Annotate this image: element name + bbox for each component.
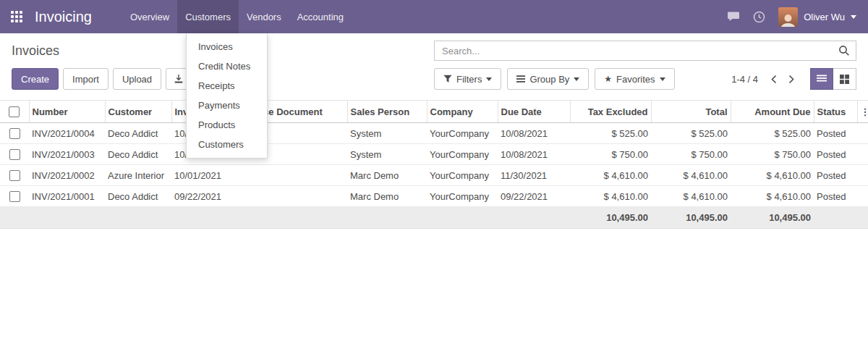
- dropdown-item-receipts[interactable]: Receipts: [187, 76, 267, 96]
- cell-tax-excluded: $ 4,610.00: [570, 165, 651, 186]
- table-row[interactable]: INV/2021/0002 Azure Interior 10/01/2021 …: [0, 165, 868, 186]
- header-sales-person[interactable]: Sales Person: [347, 101, 427, 123]
- dropdown-item-payments[interactable]: Payments: [187, 96, 267, 115]
- cell-company: YourCompany: [427, 123, 498, 144]
- cell-total: $ 750.00: [651, 144, 731, 165]
- pager-value[interactable]: 1-4 / 4: [731, 74, 758, 85]
- list-view-button[interactable]: [810, 68, 833, 90]
- header-due-date[interactable]: Due Date: [498, 101, 570, 123]
- chevron-down-icon: [574, 77, 579, 81]
- cell-customer: Azure Interior: [105, 165, 171, 186]
- cell-number: INV/2021/0003: [29, 144, 105, 165]
- create-button[interactable]: Create: [12, 68, 59, 90]
- menu-vendors[interactable]: Vendors: [239, 0, 289, 33]
- cell-number: INV/2021/0002: [29, 165, 105, 186]
- dropdown-item-products[interactable]: Products: [187, 115, 267, 135]
- user-name: Oliver Wu: [804, 12, 845, 22]
- cell-tax-excluded: $ 4,610.00: [570, 186, 651, 207]
- header-amount-due[interactable]: Amount Due: [731, 101, 814, 123]
- cell-sales-person: System: [347, 144, 427, 165]
- activities-clock-icon[interactable]: [753, 11, 765, 23]
- cell-status: Posted: [814, 144, 857, 165]
- search-input[interactable]: [441, 45, 838, 57]
- table-header-row: Number Customer Invoice Date Source Docu…: [0, 101, 868, 123]
- chevron-down-icon: [851, 15, 856, 19]
- dropdown-item-customers[interactable]: Customers: [187, 135, 267, 154]
- header-number[interactable]: Number: [29, 101, 105, 123]
- cell-source-document: [239, 165, 347, 186]
- cell-customer: Deco Addict: [105, 144, 171, 165]
- group-by-button[interactable]: Group By: [507, 68, 589, 90]
- header-company[interactable]: Company: [427, 101, 498, 123]
- user-menu[interactable]: Oliver Wu: [778, 7, 856, 27]
- search-icon[interactable]: [838, 45, 850, 56]
- table-footer-row: 10,495.00 10,495.00 10,495.00: [0, 207, 868, 229]
- cell-customer: Deco Addict: [105, 123, 171, 144]
- filter-icon: [443, 75, 452, 83]
- header-total[interactable]: Total: [651, 101, 731, 123]
- cell-number: INV/2021/0001: [29, 186, 105, 207]
- cell-total: $ 525.00: [651, 123, 731, 144]
- cell-sales-person: Marc Demo: [347, 165, 427, 186]
- select-all-checkbox[interactable]: [9, 106, 20, 117]
- select-all-checkbox-cell: [0, 101, 29, 123]
- menu-accounting[interactable]: Accounting: [289, 0, 352, 33]
- table-row[interactable]: INV/2021/0001 Deco Addict 09/22/2021 Mar…: [0, 186, 868, 207]
- footer-total: 10,495.00: [651, 207, 731, 229]
- import-button[interactable]: Import: [63, 68, 109, 90]
- view-switcher: [810, 68, 856, 90]
- page-title: Invoices: [12, 43, 59, 59]
- cell-source-document: [239, 186, 347, 207]
- dropdown-item-invoices[interactable]: Invoices: [187, 37, 267, 56]
- row-checkbox[interactable]: [9, 149, 20, 160]
- cell-status: Posted: [814, 165, 857, 186]
- chevron-down-icon: [486, 77, 492, 81]
- cell-company: YourCompany: [427, 186, 498, 207]
- control-panel: Invoices Create Import Upload: [0, 33, 868, 94]
- cell-total: $ 4,610.00: [651, 165, 731, 186]
- menu-overview[interactable]: Overview: [122, 0, 177, 33]
- screen: Invoicing Overview Customers Vendors Acc…: [0, 0, 868, 362]
- cell-number: INV/2021/0004: [29, 123, 105, 144]
- cell-sales-person: System: [347, 123, 427, 144]
- navbar-right: Oliver Wu: [727, 0, 868, 33]
- cell-tax-excluded: $ 750.00: [570, 144, 651, 165]
- cell-due-date: 09/22/2021: [498, 186, 570, 207]
- optional-columns-toggle[interactable]: ⋮: [857, 101, 868, 123]
- header-status[interactable]: Status: [814, 101, 857, 123]
- pager-previous-button[interactable]: [765, 72, 783, 87]
- main-menu: Overview Customers Vendors Accounting: [122, 0, 352, 33]
- cell-company: YourCompany: [427, 165, 498, 186]
- cell-invoice-date: 10/01/2021: [171, 165, 239, 186]
- avatar: [778, 7, 798, 27]
- kanban-view-icon: [840, 75, 849, 84]
- dropdown-item-credit-notes[interactable]: Credit Notes: [187, 56, 267, 76]
- cell-amount-due: $ 525.00: [731, 123, 814, 144]
- table-row[interactable]: INV/2021/0004 Deco Addict 10/08/2021 Sys…: [0, 123, 868, 144]
- group-by-icon: [516, 75, 525, 83]
- footer-amount-due: 10,495.00: [731, 207, 814, 229]
- cell-due-date: 10/08/2021: [498, 123, 570, 144]
- cell-sales-person: Marc Demo: [347, 186, 427, 207]
- cell-total: $ 4,610.00: [651, 186, 731, 207]
- footer-tax-excluded: 10,495.00: [570, 207, 651, 229]
- header-customer[interactable]: Customer: [105, 101, 171, 123]
- row-checkbox[interactable]: [9, 128, 20, 139]
- search-box: [434, 41, 856, 61]
- table-row[interactable]: INV/2021/0003 Deco Addict 10/03/2021 Sys…: [0, 144, 868, 165]
- cell-customer: Deco Addict: [105, 186, 171, 207]
- row-checkbox[interactable]: [9, 170, 20, 181]
- chevron-down-icon: [660, 77, 665, 81]
- upload-button[interactable]: Upload: [113, 68, 161, 90]
- header-tax-excluded[interactable]: Tax Excluded: [570, 101, 651, 123]
- apps-menu-button[interactable]: [0, 0, 33, 33]
- favorites-button[interactable]: ★ Favorites: [595, 68, 674, 90]
- pager-next-button[interactable]: [783, 72, 800, 87]
- kanban-view-button[interactable]: [833, 68, 856, 90]
- row-checkbox[interactable]: [9, 191, 20, 202]
- filters-button[interactable]: Filters: [434, 68, 501, 90]
- cell-company: YourCompany: [427, 144, 498, 165]
- menu-customers[interactable]: Customers: [177, 0, 239, 33]
- messages-icon[interactable]: [727, 11, 740, 22]
- cell-amount-due: $ 750.00: [731, 144, 814, 165]
